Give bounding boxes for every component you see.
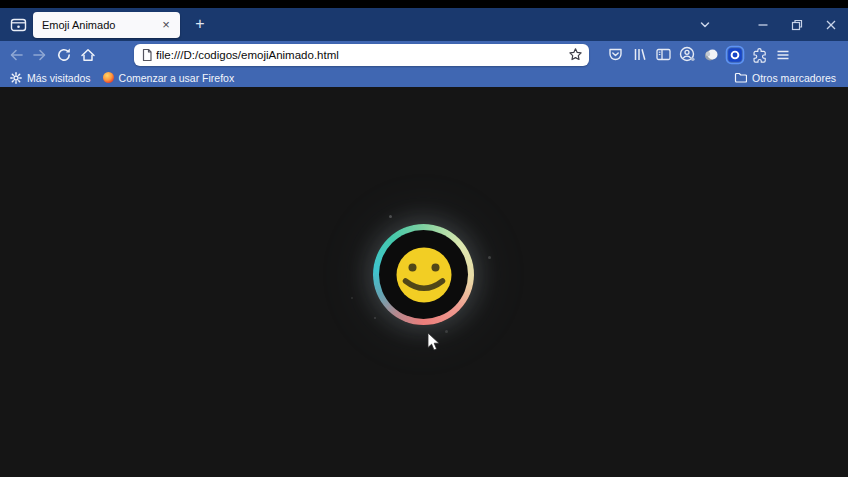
app-menu-button[interactable] (771, 43, 795, 67)
sidebar-icon (655, 46, 672, 63)
back-button[interactable] (4, 43, 28, 67)
bookmark-star-icon[interactable] (568, 47, 583, 62)
tab-strip: Emoji Animado × + (0, 8, 848, 41)
tab-emoji-animado[interactable]: Emoji Animado × (33, 12, 180, 38)
smiley-face (396, 247, 452, 303)
forward-icon (31, 46, 49, 64)
account-icon (678, 45, 697, 64)
tab-close-icon[interactable]: × (158, 17, 174, 33)
url-bar[interactable] (134, 44, 589, 66)
url-input[interactable] (154, 49, 568, 61)
close-window-button[interactable] (814, 8, 848, 41)
right-eye (431, 263, 439, 271)
home-icon (79, 46, 97, 64)
reload-icon (55, 46, 73, 64)
page-icon (140, 48, 154, 62)
bookmark-label: Más visitados (27, 72, 91, 84)
sidebars-button[interactable] (651, 43, 675, 67)
minimize-icon (757, 19, 769, 31)
page-content (0, 87, 848, 477)
restore-button[interactable] (780, 8, 814, 41)
extension-badge-button[interactable] (723, 43, 747, 67)
chevron-down-icon (698, 18, 712, 32)
new-tab-button[interactable]: + (188, 13, 212, 37)
restore-icon (791, 19, 803, 31)
particle-dot (389, 215, 392, 218)
navigation-toolbar (0, 41, 848, 68)
bookmark-label: Otros marcadores (752, 72, 836, 84)
minimize-button[interactable] (746, 8, 780, 41)
emoji-ring (373, 224, 474, 325)
window-controls (690, 8, 848, 41)
pocket-button[interactable] (603, 43, 627, 67)
puzzle-icon (750, 46, 768, 64)
gear-icon (10, 72, 22, 84)
toolbar-right-icons (603, 43, 795, 67)
folder-icon (734, 71, 747, 84)
extensions-button[interactable] (747, 43, 771, 67)
hamburger-menu-icon (775, 47, 791, 63)
bookmark-label: Comenzar a usar Firefox (119, 72, 235, 84)
other-bookmarks-button[interactable]: Otros marcadores (728, 69, 842, 86)
home-button[interactable] (76, 43, 100, 67)
emoji-inner-circle (379, 230, 468, 319)
list-all-tabs-button[interactable] (690, 8, 720, 41)
window-top-strip (0, 0, 848, 8)
left-eye (408, 263, 416, 271)
tab-title: Emoji Animado (42, 19, 158, 31)
extension-badge-icon (725, 45, 745, 65)
particle-dot (445, 330, 448, 333)
extension-blob-button[interactable] (699, 43, 723, 67)
particle-dot (351, 297, 353, 299)
reload-button[interactable] (52, 43, 76, 67)
browser-window: Emoji Animado × + (0, 0, 848, 477)
library-icon (631, 46, 648, 63)
bookmark-comenzar-firefox[interactable]: Comenzar a usar Firefox (97, 69, 241, 86)
extension-blob-icon (702, 46, 720, 64)
forward-button[interactable] (28, 43, 52, 67)
account-button[interactable] (675, 43, 699, 67)
close-icon (825, 19, 837, 31)
particle-dot (488, 256, 491, 259)
bookmarks-toolbar: Más visitados Comenzar a usar Firefox Ot… (0, 68, 848, 87)
firefox-view-button[interactable] (5, 13, 31, 37)
firefox-view-icon (10, 17, 27, 33)
mouse-cursor (427, 332, 441, 352)
firefox-logo (103, 72, 114, 83)
pocket-icon (607, 46, 624, 63)
particle-dot (374, 317, 376, 319)
library-button[interactable] (627, 43, 651, 67)
bookmark-mas-visitados[interactable]: Más visitados (4, 69, 97, 86)
back-icon (7, 46, 25, 64)
